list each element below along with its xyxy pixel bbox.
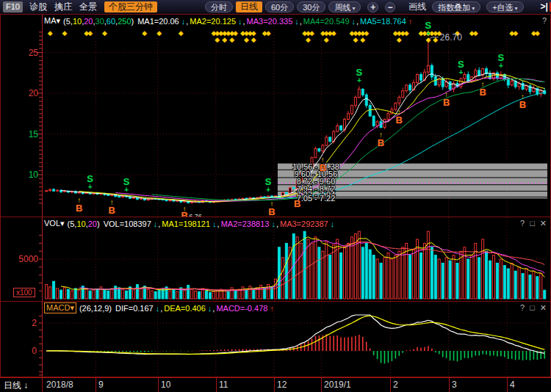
period-tab-60分[interactable]: 60分 xyxy=(265,1,294,12)
svg-text:26.70: 26.70 xyxy=(440,32,462,43)
svg-text:◆: ◆ xyxy=(48,29,53,37)
svg-text:◆: ◆ xyxy=(535,29,540,37)
period-tab-30分[interactable]: 30分 xyxy=(297,1,325,12)
svg-text:7.05 - 7.22: 7.05 - 7.22 xyxy=(297,194,336,203)
param-value: 20 xyxy=(88,219,97,228)
zoom-out-button[interactable]: − xyxy=(385,2,395,12)
axis-separator-line xyxy=(42,378,43,392)
date-label-12: 12 xyxy=(277,380,287,390)
buy-marker: B xyxy=(443,97,450,108)
month-separator-line xyxy=(321,378,322,392)
param-value: 26 xyxy=(82,304,91,313)
param-value: 20 xyxy=(84,17,93,26)
macd-indicator-header: MACD▾(26,12,9)DIF=0.167↓,DEA=0.406↓,MACD… xyxy=(44,302,275,313)
svg-text:◆: ◆ xyxy=(251,36,256,43)
stock-tab-诊股[interactable]: 诊股 xyxy=(29,1,47,12)
svg-text:◆: ◆ xyxy=(331,29,336,37)
indicator-value: MA3=292387 xyxy=(280,219,328,228)
comma: , xyxy=(300,17,302,26)
period-tab-日线[interactable]: 日线 xyxy=(236,1,262,12)
indicator-value: MA1=20.06 xyxy=(137,17,179,26)
down-arrow-icon: ↓ xyxy=(238,17,242,26)
svg-text:◆: ◆ xyxy=(142,29,147,37)
comma: , xyxy=(217,219,220,228)
volume-chart-canvas[interactable]: 5000 xyxy=(0,217,551,301)
macd-panel-window-icons: ?□✕ xyxy=(520,303,547,313)
period-tab-周线[interactable]: 周线▾ xyxy=(328,1,361,12)
month-separator-line xyxy=(96,378,96,392)
indicator-value: DEA=0.406 xyxy=(164,304,206,313)
down-arrow-icon: ↓ xyxy=(154,219,158,228)
svg-text:5000: 5000 xyxy=(18,254,38,264)
down-arrow-icon: ↓ xyxy=(156,304,160,313)
indicator-value: MA1=198121 xyxy=(162,219,210,228)
comma: , xyxy=(212,304,215,313)
separator-toolbar xyxy=(0,14,551,15)
date-label-4: 4 xyxy=(510,380,515,390)
period-mode-label[interactable]: 日线 ↓ xyxy=(4,380,28,392)
macd-indicator-button[interactable]: MACD▾ xyxy=(44,302,76,313)
volume-panel-window-icons: ?□✕ xyxy=(520,219,547,229)
bottom-date-bar: 日线 ↓ 2018/891011122019/1234 xyxy=(0,377,551,392)
toolbar-button-指数叠加[interactable]: 指数叠加▾ xyxy=(432,1,480,12)
volume-indicator-header: VOL▾(5,10,20)VOL=108397↓,MA1=198121↓,MA2… xyxy=(44,218,335,229)
date-label-9: 9 xyxy=(98,380,104,390)
down-arrow-icon: ↓ xyxy=(212,219,217,228)
down-arrow-icon: ↓ xyxy=(295,17,299,26)
f10-button[interactable]: F10 xyxy=(3,1,23,12)
month-separator-line xyxy=(507,378,508,392)
stock-tab-group: 诊股擒庄全景个股三分钟 xyxy=(29,1,157,12)
date-label-10: 10 xyxy=(161,380,170,390)
toolbar-button-+自选[interactable]: +自选▾ xyxy=(486,1,523,12)
help-icon[interactable]: ? xyxy=(520,303,525,313)
chevron-down-icon: ▾ xyxy=(515,5,518,12)
chevron-down-icon: ▾ xyxy=(352,5,355,12)
month-separator-line xyxy=(274,378,275,392)
indicator-params: (26,12,9) xyxy=(79,304,112,313)
down-arrow-icon: ↓ xyxy=(181,17,186,26)
param-value: 250 xyxy=(118,17,131,26)
indicator-params: (5,10,20) xyxy=(68,219,100,228)
indicator-value: MA3=20.335 xyxy=(247,17,293,26)
svg-text:◆: ◆ xyxy=(353,36,358,43)
close-icon[interactable]: ✕ xyxy=(540,303,547,313)
indicator-value: DIF=0.167 xyxy=(115,304,154,313)
up-arrow-icon: ↑ xyxy=(408,17,413,26)
help-icon[interactable]: ? xyxy=(520,219,525,229)
volume-unit-label: x100 xyxy=(13,288,35,297)
svg-text:◆: ◆ xyxy=(513,29,518,37)
help-icon[interactable]: ? xyxy=(542,16,547,26)
date-label-2: 2 xyxy=(393,380,398,390)
period-tab-分时[interactable]: 分时 xyxy=(205,1,233,12)
maximize-icon[interactable]: □ xyxy=(530,219,535,229)
svg-text:2: 2 xyxy=(32,318,37,328)
ma-indicator-button[interactable]: MA▾ xyxy=(44,16,60,26)
ma-indicator-header: MA▾(5,10,20,30,60,250)MA1=20.06↓,MA2=20.… xyxy=(44,15,413,26)
indicator-value: MA4=20.549 xyxy=(303,17,350,26)
month-separator-line xyxy=(449,378,450,392)
macd-lines xyxy=(46,315,544,355)
zoom-in-button[interactable]: + xyxy=(367,2,378,12)
close-icon[interactable]: ✕ xyxy=(540,219,547,229)
month-separator-line xyxy=(158,378,159,392)
stock-tab-个股三分钟[interactable]: 个股三分钟 xyxy=(104,1,157,12)
stock-chart-window: F10 诊股擒庄全景个股三分钟 分时日线60分30分周线▾ + − 画线指数叠加… xyxy=(0,0,551,392)
stock-tab-擒庄[interactable]: 擒庄 xyxy=(54,1,72,12)
comma: , xyxy=(276,219,278,228)
svg-text:+: + xyxy=(458,68,463,76)
vol-indicator-button[interactable]: VOL▾ xyxy=(44,219,65,228)
mode-down-arrow-icon: ↓ xyxy=(24,380,28,391)
collapse-panel-icon[interactable]: >| xyxy=(541,1,548,12)
stock-tab-全景[interactable]: 全景 xyxy=(79,1,97,12)
buy-marker: B xyxy=(294,198,300,209)
price-panel-window-icons: ? xyxy=(542,16,547,26)
chevron-down-icon: ▾ xyxy=(472,5,475,12)
down-arrow-icon: ↓ xyxy=(271,219,276,228)
buy-marker: B xyxy=(396,115,403,126)
svg-text:◆: ◆ xyxy=(404,29,409,37)
price-chart-canvas[interactable]: 2520151010.56 - 11.389.60 - 10.568.72 - … xyxy=(0,15,551,217)
maximize-icon[interactable]: □ xyxy=(530,303,535,313)
down-arrow-icon: ↓ xyxy=(208,304,212,313)
toolbar-button-画线[interactable]: 画线 xyxy=(408,1,426,12)
top-toolbar: F10 诊股擒庄全景个股三分钟 分时日线60分30分周线▾ + − 画线指数叠加… xyxy=(0,0,551,14)
